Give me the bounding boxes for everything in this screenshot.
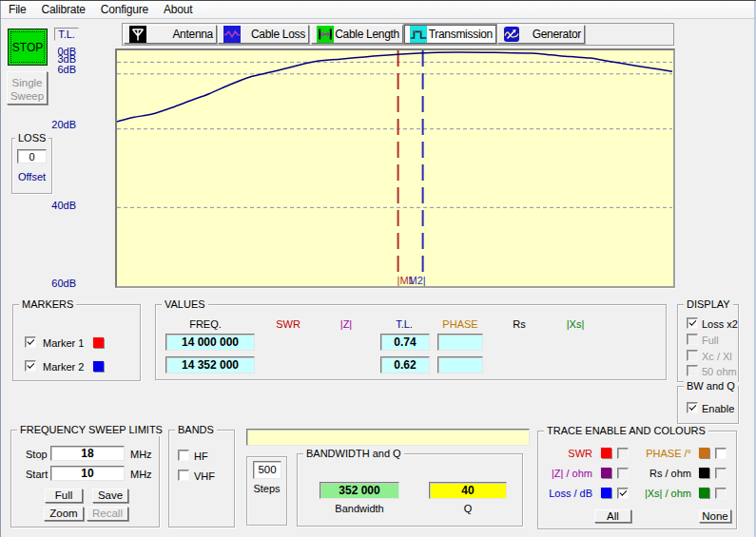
full-label: Full	[702, 335, 719, 346]
all-button[interactable]: All	[594, 509, 631, 523]
trace-phase-swatch[interactable]	[699, 448, 709, 458]
values-header-freq: FREQ.	[189, 318, 222, 330]
trace-loss-checkbox[interactable]	[617, 488, 629, 499]
trace-z-swatch[interactable]	[601, 468, 611, 478]
trace-xs-checkbox[interactable]	[715, 488, 727, 499]
start-input[interactable]: 10	[50, 466, 125, 481]
tl-value-row1[interactable]: 0.74	[380, 334, 430, 351]
trace-phase-checkbox[interactable]	[715, 448, 727, 459]
bands-group-legend: BANDS	[175, 424, 217, 436]
menu-bar: File Calibrate Configure About	[1, 1, 754, 19]
bw-and-q-group: BW and Q Enable	[677, 386, 739, 424]
trace-swr-checkbox[interactable]	[617, 448, 629, 459]
trace-swr-label: SWR	[543, 448, 592, 459]
hf-checkbox[interactable]	[178, 450, 189, 461]
tl-axis-title: T.L.	[54, 28, 79, 41]
trace-phase-label: PHASE /°	[629, 448, 691, 459]
transmission-icon	[410, 26, 427, 43]
values-header-phase: PHASE	[442, 318, 477, 330]
loss-offset-label: Offset	[32, 171, 60, 182]
marker1-color-swatch[interactable]	[93, 337, 104, 348]
tab-label: Antenna	[146, 28, 214, 41]
zoom-button[interactable]: Zoom	[44, 507, 84, 521]
trace-z-checkbox[interactable]	[617, 468, 629, 479]
markers-group-legend: MARKERS	[19, 298, 76, 311]
save-button[interactable]: Save	[92, 489, 128, 503]
none-button[interactable]: None	[699, 509, 731, 523]
stop-unit-label: MHz	[130, 449, 152, 460]
values-header-rs: Rs	[513, 318, 525, 330]
loss-x2-checkbox[interactable]	[687, 317, 698, 329]
freq-value-row1[interactable]: 14 000 000	[165, 334, 255, 351]
vhf-checkbox[interactable]	[178, 470, 189, 481]
trace-loss-label: Loss / dB	[543, 488, 592, 499]
trace-group-legend: TRACE ENABLE AND COLOURS	[544, 425, 708, 437]
tab-antenna[interactable]: Antenna	[124, 25, 217, 44]
phase-value-row1[interactable]	[437, 334, 483, 351]
loss-group: LOSS Offset	[11, 138, 52, 194]
full-button[interactable]: Full	[45, 489, 83, 503]
xc-xl-label: Xc / Xl	[702, 351, 732, 362]
trace-xs-swatch[interactable]	[699, 488, 709, 498]
trace-rs-checkbox[interactable]	[715, 468, 727, 479]
values-header-z: |Z|	[340, 318, 352, 330]
tab-label: Transmission	[427, 28, 494, 41]
stop-input[interactable]: 18	[50, 446, 125, 461]
single-sweep-button[interactable]: Single Sweep	[7, 71, 48, 105]
q-label: Q	[464, 503, 473, 514]
menu-configure[interactable]: Configure	[93, 2, 156, 18]
marker2-checkbox[interactable]	[25, 360, 36, 372]
values-group-legend: VALUES	[162, 298, 208, 311]
tab-label: Cable Length	[334, 28, 400, 41]
trace-loss-swatch[interactable]	[601, 488, 611, 498]
y-tick-60db: 60dB	[36, 278, 76, 290]
chart-plot[interactable]: |M1M2|	[117, 50, 672, 286]
marker2-color-swatch[interactable]	[93, 361, 104, 372]
stop-label: Stop	[26, 449, 48, 460]
menu-file[interactable]: File	[1, 2, 34, 18]
tab-cable-length[interactable]: Cable Length	[311, 25, 403, 44]
trace-rs-label: Rs / ohm	[629, 468, 691, 479]
tab-generator[interactable]: Generator	[497, 25, 585, 44]
trace-swr-swatch[interactable]	[601, 448, 611, 458]
tab-label: Generator	[520, 28, 582, 41]
display-group-legend: DISPLAY	[684, 298, 733, 311]
50-ohm-checkbox	[687, 365, 698, 376]
trace-rs-swatch[interactable]	[699, 468, 709, 478]
steps-input[interactable]: 500	[253, 461, 281, 479]
antenna-icon	[129, 26, 146, 43]
bandwidth-group-legend: BANDWIDTH and Q	[303, 448, 404, 460]
marker2-label: Marker 2	[43, 361, 84, 373]
markers-group: MARKERS Marker 1 Marker 2	[12, 304, 141, 381]
hf-label: HF	[194, 451, 208, 462]
tab-label: Cable Loss	[241, 28, 306, 41]
values-header-swr: SWR	[276, 318, 300, 330]
tab-transmission[interactable]: Transmission	[404, 25, 496, 44]
bwq-enable-checkbox[interactable]	[687, 402, 698, 413]
loss-x2-label: Loss x2	[702, 318, 738, 330]
bandwidth-value: 352 000	[320, 482, 399, 499]
bands-group: BANDS HF VHF	[168, 430, 235, 527]
tl-value-row2[interactable]: 0.62	[380, 356, 430, 374]
cable-loss-icon	[223, 26, 241, 43]
freq-value-row2[interactable]: 14 352 000	[165, 356, 255, 374]
xc-xl-checkbox	[687, 350, 698, 361]
steps-label: Steps	[267, 483, 294, 494]
trace-enable-group: TRACE ENABLE AND COLOURS SWR PHASE /° |Z…	[537, 431, 737, 529]
marker1-checkbox[interactable]	[25, 336, 36, 348]
y-tick-40db: 40dB	[36, 200, 76, 212]
message-bar	[246, 429, 530, 446]
bw-and-q-group-legend: BW and Q	[684, 380, 738, 393]
menu-about[interactable]: About	[156, 2, 200, 18]
single-sweep-label-2: Sweep	[8, 89, 47, 103]
menu-calibrate[interactable]: Calibrate	[34, 2, 93, 18]
frequency-sweep-limits-group: FREQUENCY SWEEP LIMITS Stop 18 MHz Start…	[10, 430, 160, 527]
bandwidth-and-q-group: BANDWIDTH and Q 352 000 Bandwidth 40 Q	[297, 453, 523, 527]
bandwidth-label: Bandwidth	[335, 503, 383, 514]
recall-button: Recall	[87, 507, 128, 521]
phase-value-row2[interactable]	[437, 356, 483, 374]
loss-offset-input[interactable]	[17, 149, 47, 163]
50-ohm-label: 50 ohm	[702, 366, 737, 377]
tab-cable-loss[interactable]: Cable Loss	[218, 25, 309, 44]
values-header-xs: |Xs|	[567, 318, 585, 330]
